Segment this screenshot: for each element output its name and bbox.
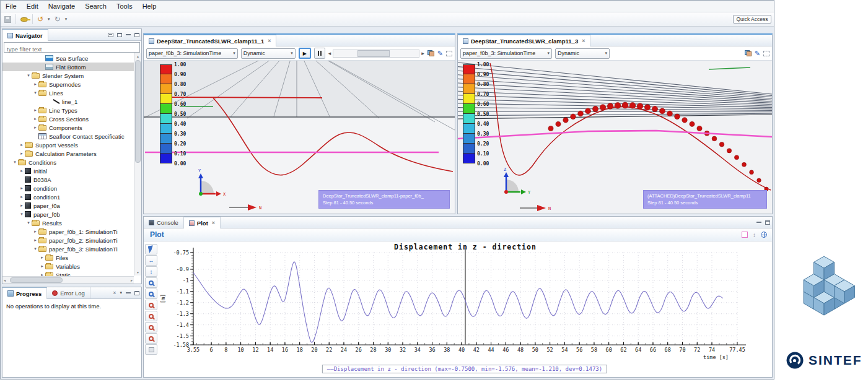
close-icon[interactable]: × [582, 38, 585, 44]
tree-item-lines[interactable]: ▾Lines [2, 89, 134, 97]
plot-tool-fit-vertical[interactable]: ↕ [145, 266, 157, 277]
tree-vertical-scrollbar[interactable]: ▴ ▾ [134, 53, 141, 276]
chevron-right-icon[interactable]: ▸ [39, 255, 45, 260]
chevron-right-icon[interactable]: ▸ [19, 151, 25, 156]
viewer-left-viewport[interactable]: Y X N 1.000.900.800.700.600.500.400.300.… [144, 61, 455, 214]
tab-console[interactable]: Console [144, 217, 184, 228]
snapshot-icon[interactable] [742, 232, 748, 238]
plot-tool-zoom-y-out[interactable] [145, 333, 157, 344]
scrub-track[interactable] [333, 50, 419, 58]
tab-navigator[interactable]: Navigator [2, 29, 48, 41]
chevron-right-icon[interactable]: ▸ [32, 229, 38, 234]
tree-item-results[interactable]: ▾Results [2, 219, 134, 227]
tree-item-flat-bottom[interactable]: Flat Bottom [2, 63, 134, 71]
menu-file[interactable]: File [6, 2, 17, 10]
view-menu-icon[interactable]: ▾ [120, 290, 122, 295]
simulation-time-combo[interactable]: paper_f0b_3: SimulationTime ▾ [460, 48, 552, 59]
maximize-icon[interactable] [134, 291, 139, 295]
tree-item-supernodes[interactable]: ▸Supernodes [2, 80, 134, 89]
chevron-right-icon[interactable]: ▸ [32, 238, 38, 243]
chevron-right-icon[interactable]: ▸ [32, 108, 38, 113]
frame-select-icon[interactable] [763, 51, 769, 56]
plot-tool-zoom-in[interactable] [145, 277, 157, 288]
tree-item-slender-system[interactable]: ▾Slender System [2, 71, 134, 80]
undo-dropdown-caret[interactable]: ▾ [48, 17, 50, 22]
play-button[interactable]: ▶ [299, 48, 311, 59]
minimize-icon[interactable] [756, 222, 761, 223]
chevron-down-icon[interactable]: ▾ [19, 212, 25, 217]
tree-item-paper-f0a[interactable]: ▸paper_f0a [2, 201, 134, 210]
tab-plot[interactable]: Plot × [184, 217, 221, 228]
chevron-down-icon[interactable]: ▾ [32, 246, 38, 251]
tab-viewer-right[interactable]: DeepStar_TruncatedSLWR_clamp11_3 × [458, 35, 590, 46]
filter-input[interactable] [4, 45, 139, 54]
mode-combo[interactable]: Dynamic ▾ [555, 48, 610, 59]
maximize-icon[interactable] [134, 33, 139, 37]
undo-icon[interactable]: ↺ [37, 15, 43, 23]
chevron-down-icon[interactable]: ▾ [12, 160, 18, 165]
scrub-thumb[interactable] [357, 50, 390, 57]
tree-item-files[interactable]: ▸Files [2, 253, 134, 262]
chevron-right-icon[interactable]: ▸ [32, 116, 38, 121]
chevron-right-icon[interactable]: ▸ [19, 168, 25, 173]
menu-help[interactable]: Help [142, 2, 157, 10]
tree-item-condition[interactable]: ▸condition [2, 184, 134, 193]
view-settings-icon[interactable] [745, 50, 752, 56]
redo-icon[interactable]: ↻ [55, 15, 61, 23]
chevron-right-icon[interactable]: ▸ [19, 194, 25, 199]
minimize-icon[interactable] [126, 292, 131, 293]
tree-item-line-1[interactable]: line_1 [2, 97, 134, 106]
minimize-icon[interactable] [126, 34, 131, 35]
chevron-down-icon[interactable]: ▾ [25, 220, 32, 225]
menu-edit[interactable]: Edit [27, 2, 38, 10]
close-icon[interactable]: × [268, 38, 271, 44]
collapse-all-icon[interactable] [108, 33, 113, 37]
save-icon[interactable] [4, 16, 11, 23]
link-editor-icon[interactable] [117, 33, 122, 37]
annotate-icon[interactable]: ✎ [755, 50, 760, 57]
view-settings-icon[interactable] [427, 50, 434, 56]
chevron-right-icon[interactable]: ▸ [39, 264, 45, 269]
plot-tool-fit-horizontal[interactable]: ↔ [145, 255, 157, 266]
globe-icon[interactable] [761, 232, 767, 238]
annotate-icon[interactable]: ✎ [437, 50, 443, 57]
tree-item-initial[interactable]: ▸Initial [2, 167, 134, 175]
chevron-right-icon[interactable]: ▸ [32, 125, 38, 130]
tree-item-sea-surface[interactable]: Sea Surface [2, 54, 134, 63]
tree-item-cross-sections[interactable]: ▸Cross Sections [2, 115, 134, 123]
scrub-right-icon[interactable]: ▸ [421, 50, 424, 56]
key-icon[interactable] [20, 17, 28, 22]
plot-tool-zoom-x-in[interactable] [145, 300, 157, 310]
pin-icon[interactable]: ↕ [753, 232, 756, 238]
pause-button[interactable] [314, 48, 325, 59]
chevron-right-icon[interactable]: ▸ [19, 186, 25, 191]
simulation-time-combo[interactable]: paper_f0b_3: SimulationTime ▾ [146, 48, 238, 59]
tree-item-paper-f0b-1-simulationti[interactable]: ▸paper_f0b_1: SimulationTi [2, 227, 134, 236]
tree-item-seafloor-contact-specificatic[interactable]: Seafloor Contact Specificatic [2, 132, 134, 141]
frame-select-icon[interactable] [446, 51, 452, 56]
tree-item-variables[interactable]: ▸Variables [2, 262, 134, 271]
menu-tools[interactable]: Tools [116, 2, 133, 10]
plot-tool-zoom-x-out[interactable] [145, 311, 157, 321]
plot-tool-select[interactable] [145, 244, 157, 254]
tree-item-conditions[interactable]: ▾Conditions [2, 158, 134, 167]
tree-item-b038a[interactable]: B038A [2, 175, 134, 184]
tab-viewer-left[interactable]: DeepStar_TruncatedSLWR_clamp11_1 × [144, 35, 276, 46]
tree-item-calculation-parameters[interactable]: ▸Calculation Parameters [2, 149, 134, 158]
mode-combo[interactable]: Dynamic ▾ [241, 48, 296, 59]
chevron-down-icon[interactable]: ▾ [32, 90, 38, 95]
tree-item-paper-f0b[interactable]: ▾paper_f0b [2, 210, 134, 219]
menu-navigate[interactable]: Navigate [48, 2, 75, 10]
tree-item-components[interactable]: ▸Components [2, 123, 134, 132]
close-icon[interactable]: × [212, 220, 215, 226]
tab-error-log[interactable]: Error Log [47, 287, 90, 298]
chevron-right-icon[interactable]: ▸ [19, 142, 25, 147]
plot-tool-zoom-y-in[interactable] [145, 322, 157, 332]
chevron-down-icon[interactable]: ▾ [25, 73, 32, 78]
quick-access-button[interactable]: Quick Access [733, 15, 771, 24]
viewer-right-viewport[interactable]: Z Y N 1.000.900.800.700.600.500.400.300.… [458, 61, 772, 214]
tree-horizontal-scrollbar[interactable]: ◂ ▸ [2, 276, 134, 284]
tab-progress[interactable]: Progress [2, 287, 47, 299]
menu-search[interactable]: Search [85, 2, 107, 10]
tree-item-condition1[interactable]: ▸condition1 [2, 193, 134, 201]
